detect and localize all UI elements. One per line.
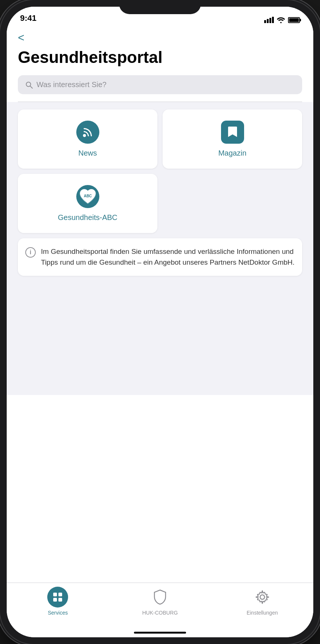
svg-point-9 (260, 595, 265, 599)
status-time: 9:41 (20, 13, 36, 23)
back-button[interactable]: < (18, 31, 25, 45)
wifi-icon (277, 17, 285, 23)
heart-abc-icon: ABC (78, 188, 97, 205)
status-icons (264, 17, 300, 23)
news-label: News (78, 149, 97, 157)
info-text: Im Gesundheitsportal finden Sie umfassen… (41, 246, 295, 268)
news-icon-circle (76, 121, 99, 144)
einstellungen-tab-label: Einstellungen (247, 610, 278, 616)
huk-tab-label: HUK-COBURG (142, 610, 178, 616)
rss-icon (82, 126, 94, 138)
info-box: i Im Gesundheitsportal finden Sie umfass… (18, 238, 302, 276)
main-content: News Magazin (7, 102, 313, 395)
home-bar (134, 632, 186, 634)
gesundheits-abc-card[interactable]: ABC Gesundheits-ABC (18, 174, 157, 233)
notch (119, 0, 201, 14)
search-placeholder: Was interessiert Sie? (36, 80, 106, 89)
search-bar[interactable]: Was interessiert Sie? (18, 75, 302, 94)
tab-services[interactable]: Services (7, 587, 109, 616)
svg-point-0 (280, 22, 282, 23)
tab-huk-coburg[interactable]: HUK-COBURG (109, 587, 211, 616)
gesundheits-abc-icon-circle: ABC (76, 185, 99, 208)
svg-rect-7 (53, 598, 57, 602)
info-icon: i (25, 247, 36, 258)
services-icon-circle (47, 587, 68, 608)
svg-text:ABC: ABC (84, 194, 92, 198)
svg-line-2 (30, 86, 32, 88)
cards-grid: News Magazin (18, 109, 302, 233)
news-card[interactable]: News (18, 109, 157, 169)
signal-icon (264, 17, 274, 23)
tab-bar: Services HUK-COBURG Einstellungen (7, 583, 313, 627)
gesundheits-abc-label: Gesundheits-ABC (58, 213, 117, 222)
page-title: Gesundheitsportal (18, 48, 302, 66)
magazin-icon-circle (221, 121, 244, 144)
gear-icon-wrap (252, 587, 273, 608)
spacer (18, 276, 302, 388)
grid-icon (52, 592, 63, 602)
svg-point-3 (83, 134, 86, 137)
top-navigation: < Gesundheitsportal (7, 26, 313, 66)
shield-icon (153, 589, 167, 605)
search-icon (25, 81, 33, 89)
phone-frame: 9:41 < Gesundheitsportal (0, 0, 320, 644)
tab-einstellungen[interactable]: Einstellungen (211, 587, 313, 616)
huk-icon-wrap (150, 587, 170, 608)
battery-icon (288, 17, 300, 23)
magazin-label: Magazin (218, 149, 247, 157)
services-tab-label: Services (48, 610, 68, 616)
svg-rect-6 (58, 593, 62, 596)
content-area: < Gesundheitsportal Was interessiert Sie… (7, 26, 313, 583)
svg-rect-5 (53, 593, 57, 596)
screen: 9:41 < Gesundheitsportal (7, 7, 313, 637)
svg-rect-8 (58, 598, 62, 602)
search-container: Was interessiert Sie? (7, 75, 313, 102)
magazin-card[interactable]: Magazin (163, 109, 302, 169)
bookmark-icon (227, 126, 238, 138)
gear-icon (255, 590, 269, 604)
home-indicator (7, 627, 313, 637)
